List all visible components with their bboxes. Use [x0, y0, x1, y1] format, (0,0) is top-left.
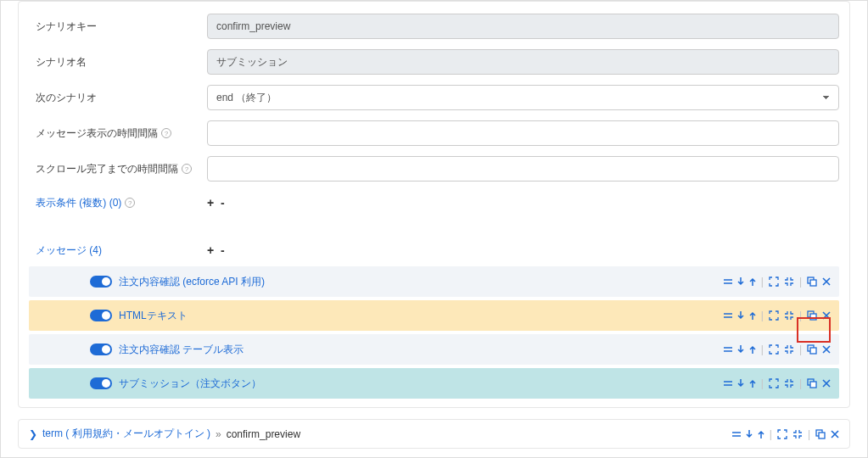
message-title[interactable]: サブミッション（注文ボタン） — [119, 377, 724, 391]
label-scenario-key: シナリオキー — [29, 20, 207, 34]
next-scenario-select[interactable]: end （終了） — [207, 85, 839, 110]
copy-icon[interactable] — [815, 429, 826, 439]
separator: | — [761, 276, 764, 288]
help-icon[interactable]: ? — [125, 198, 135, 208]
message-row[interactable]: 注文内容確認 テーブル表示 | | — [29, 334, 839, 365]
arrow-up-icon[interactable] — [758, 430, 764, 438]
close-icon[interactable] — [822, 311, 831, 320]
separator: | — [799, 377, 802, 389]
svg-rect-7 — [810, 314, 816, 320]
messages-link[interactable]: メッセージ (4) — [36, 243, 102, 258]
label-scenario-name: シナリオ名 — [29, 55, 207, 70]
arrow-down-icon[interactable] — [737, 345, 744, 354]
messages-addremove[interactable]: + - — [207, 243, 227, 257]
breadcrumb: ❯ term ( 利用規約・メールオプトイン ) » confirm_previ… — [18, 419, 850, 449]
breadcrumb-sep: » — [216, 428, 221, 440]
message-row[interactable]: HTMLテキスト | | — [29, 300, 839, 331]
expand-icon[interactable] — [769, 378, 779, 388]
breadcrumb-link[interactable]: term ( 利用規約・メールオプトイン ) — [42, 427, 210, 441]
close-icon[interactable] — [822, 379, 831, 388]
message-toggle[interactable] — [90, 344, 112, 355]
drag-icon[interactable] — [724, 311, 732, 320]
copy-icon[interactable] — [807, 344, 817, 355]
copy-icon[interactable] — [807, 310, 817, 321]
scenario-key-input[interactable] — [207, 14, 839, 39]
arrow-down-icon[interactable] — [737, 311, 744, 320]
message-toggle[interactable] — [90, 276, 112, 288]
arrow-up-icon[interactable] — [749, 277, 756, 286]
separator: | — [799, 276, 802, 288]
close-icon[interactable] — [831, 430, 839, 438]
expand-icon[interactable] — [769, 276, 779, 287]
label-scroll-wait: スクロール完了までの時間間隔 ? — [29, 162, 207, 176]
close-icon[interactable] — [822, 345, 831, 354]
collapse-icon[interactable] — [792, 429, 803, 439]
arrow-up-icon[interactable] — [749, 379, 756, 388]
message-title[interactable]: 注文内容確認 テーブル表示 — [119, 343, 724, 357]
separator: | — [770, 428, 772, 440]
svg-rect-3 — [810, 280, 816, 286]
conditions-link[interactable]: 表示条件 (複数) (0) — [36, 196, 121, 210]
svg-rect-15 — [810, 382, 816, 388]
msg-interval-input[interactable] — [207, 120, 839, 146]
message-row[interactable]: 注文内容確認 (ecforce API 利用) | | — [29, 266, 839, 297]
collapse-icon[interactable] — [784, 344, 794, 355]
close-icon[interactable] — [822, 277, 831, 286]
drag-icon[interactable] — [724, 277, 732, 286]
copy-icon[interactable] — [807, 276, 817, 287]
separator: | — [799, 310, 802, 321]
copy-icon[interactable] — [807, 378, 817, 388]
collapse-icon[interactable] — [784, 310, 794, 321]
drag-icon[interactable] — [724, 345, 732, 354]
separator: | — [761, 310, 764, 321]
message-toggle[interactable] — [90, 377, 112, 389]
svg-rect-19 — [819, 433, 825, 438]
expand-icon[interactable] — [769, 344, 779, 355]
expand-icon[interactable] — [769, 310, 779, 321]
breadcrumb-current: confirm_preview — [227, 428, 300, 440]
drag-icon[interactable] — [724, 379, 732, 388]
expand-icon[interactable] — [777, 429, 787, 439]
arrow-up-icon[interactable] — [749, 345, 756, 354]
message-toggle[interactable] — [90, 310, 112, 321]
separator: | — [808, 428, 810, 440]
help-icon[interactable]: ? — [182, 164, 192, 174]
arrow-down-icon[interactable] — [737, 379, 744, 388]
help-icon[interactable]: ? — [161, 128, 171, 138]
scroll-wait-input[interactable] — [207, 156, 839, 182]
scenario-name-input[interactable] — [207, 49, 839, 75]
arrow-down-icon[interactable] — [746, 430, 753, 438]
message-title[interactable]: HTMLテキスト — [119, 309, 724, 323]
message-row[interactable]: サブミッション（注文ボタン） | | — [29, 368, 839, 399]
label-next-scenario: 次のシナリオ — [29, 91, 207, 105]
message-title[interactable]: 注文内容確認 (ecforce API 利用) — [119, 275, 724, 289]
collapse-icon[interactable] — [784, 378, 794, 388]
svg-rect-11 — [810, 348, 816, 354]
drag-icon[interactable] — [732, 430, 741, 438]
conditions-addremove[interactable]: + - — [207, 196, 227, 209]
separator: | — [761, 344, 764, 355]
arrow-down-icon[interactable] — [737, 277, 744, 286]
separator: | — [761, 377, 764, 389]
arrow-up-icon[interactable] — [749, 311, 756, 320]
separator: | — [799, 344, 802, 355]
collapse-icon[interactable] — [784, 276, 794, 287]
label-msg-interval: メッセージ表示の時間間隔 ? — [29, 126, 207, 141]
chevron-right-icon[interactable]: ❯ — [29, 428, 37, 440]
